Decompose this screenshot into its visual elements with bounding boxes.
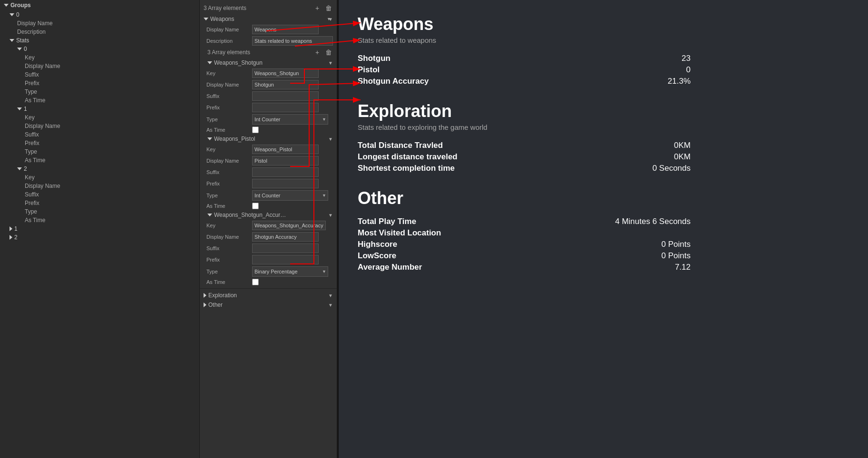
groups-expand-icon[interactable] [4,4,9,7]
stat-2-key-input[interactable] [252,221,326,230]
stat-row-shotgun: Shotgun 23 [358,53,691,64]
tree-item-displayname-1[interactable]: Display Name [0,122,199,130]
total-play-time-name: Total Play Time [358,217,416,226]
tree-item-0[interactable]: 0 [0,10,199,19]
group-0-row[interactable]: Weapons ▼ [200,14,337,24]
groups-root[interactable]: Groups [0,0,199,10]
stat-2-row[interactable]: Weapons_Shotgun_Accura... ▼ [200,210,337,220]
tree-item-key-1[interactable]: Key [0,113,199,122]
other-arrow-icon: ▼ [328,302,333,308]
tree-item-group-1[interactable]: 1 [0,224,199,233]
tree-item-key-2[interactable]: Key [0,173,199,182]
tree-item-displayname-2[interactable]: Display Name [0,182,199,190]
stat-2-expand-icon[interactable] [207,214,212,216]
tree-item-group-2[interactable]: 2 [0,233,199,242]
lowscore-value: 0 Points [614,251,691,261]
stat-0-astime-checkbox[interactable] [252,127,259,133]
pistol-name: Pistol [358,65,380,75]
stat-0-dropdown-arrow-icon: ▼ [328,60,333,66]
most-visited-name: Most Visited Location [358,228,441,238]
other-row[interactable]: Other ▼ [200,300,337,310]
item-0-expand-icon[interactable] [10,13,14,16]
group-0-expand-icon[interactable] [204,18,208,20]
tree-item-suffix-2[interactable]: Suffix [0,190,199,199]
tree-item-astime-1[interactable]: As Time [0,156,199,165]
group-1-expand-icon[interactable] [10,226,12,231]
stat-0-type-label: Type [206,117,249,122]
stat-0-type-row: Type Int Counter Float Counter Binary Pe… [200,113,337,126]
delete-array-item-button[interactable]: 🗑 [324,4,333,12]
stat-2-suffix-label: Suffix [206,245,249,251]
display-name-prop-label: Display Name [206,27,249,32]
stat-0-prefix-input[interactable] [252,103,319,112]
tree-item-displayname-0[interactable]: Display Name [0,62,199,70]
stat-1-row[interactable]: Weapons_Pistol ▼ [200,134,337,144]
tree-item-key-0[interactable]: Key [0,53,199,62]
weapons-title: Weapons [358,14,849,34]
stat-1-prefix-input[interactable] [252,179,319,188]
other-expand-icon[interactable] [204,302,206,307]
tree-item-type-0[interactable]: Type [0,88,199,96]
display-name-input[interactable] [252,25,319,34]
total-play-time-value: 4 Minutes 6 Seconds [614,217,691,226]
stats-0-expand-icon[interactable] [17,48,22,50]
stat-1-displayname-input[interactable] [252,156,319,166]
tree-item-stats-0[interactable]: 0 [0,45,199,53]
stat-0-key-input[interactable] [252,68,319,78]
tree-item-type-2[interactable]: Type [0,207,199,216]
stat-1-suffix-input[interactable] [252,167,319,177]
shotgun-accuracy-value: 21.3% [614,77,691,86]
tree-item-suffix-1[interactable]: Suffix [0,130,199,139]
array-count-label: 3 Array elements [204,5,310,11]
stat-2-type-select[interactable]: Int Counter Float Counter Binary Percent… [252,266,328,277]
stat-1-astime-checkbox[interactable] [252,203,259,209]
stat-row-shotgun-accuracy: Shotgun Accuracy 21.3% [358,76,691,87]
exploration-row[interactable]: Exploration ▼ [200,291,337,300]
description-input[interactable] [252,36,333,46]
tree-item-display-name[interactable]: Display Name [0,19,199,28]
stats-2-expand-icon[interactable] [17,167,22,170]
tree-item-prefix-0[interactable]: Prefix [0,79,199,88]
group-2-expand-icon[interactable] [10,235,12,240]
tree-item-astime-0[interactable]: As Time [0,96,199,105]
stats-1-expand-icon[interactable] [17,107,22,110]
stat-2-astime-checkbox[interactable] [252,279,259,285]
lowscore-name: LowScore [358,251,396,261]
stat-0-type-select[interactable]: Int Counter Float Counter Binary Percent… [252,114,328,125]
stat-1-astime-label: As Time [206,203,249,209]
stat-0-row[interactable]: Weapons_Shotgun ▼ [200,58,337,68]
exploration-expand-icon[interactable] [204,293,206,298]
distance-travled-value: 0KM [614,141,691,150]
tree-item-astime-2[interactable]: As Time [0,216,199,224]
stats-expand-icon[interactable] [10,39,14,42]
stat-0-expand-icon[interactable] [207,61,212,64]
tree-item-prefix-1[interactable]: Prefix [0,139,199,147]
tree-item-description[interactable]: Description [0,28,199,36]
stat-1-key-input[interactable] [252,145,319,154]
shortest-completion-value: 0 Seconds [614,164,691,173]
stat-2-prefix-input[interactable] [252,255,319,264]
tree-item-prefix-2[interactable]: Prefix [0,199,199,207]
tree-item-stats[interactable]: Stats [0,36,199,45]
stat-1-dropdown-arrow-icon: ▼ [328,136,333,142]
tree-item-stats-1[interactable]: 1 [0,105,199,113]
stat-0-suffix-label: Suffix [206,93,249,99]
stat-row-highscore: Highscore 0 Points [358,239,691,250]
add-array-item-button[interactable]: + [313,4,322,12]
stat-0-displayname-input[interactable] [252,80,319,89]
stat-0-key-label: Key [206,70,249,76]
tree-item-stats-2[interactable]: 2 [0,165,199,173]
stat-2-displayname-input[interactable] [252,232,319,242]
stat-1-key-row: Key [200,144,337,155]
stat-1-suffix-label: Suffix [206,169,249,175]
shortest-completion-name: Shortest completion time [358,164,455,173]
groups-label: Groups [10,2,31,9]
add-stat-button[interactable]: + [313,48,322,57]
tree-item-type-1[interactable]: Type [0,147,199,156]
stat-1-expand-icon[interactable] [207,137,212,140]
stat-2-suffix-input[interactable] [252,244,319,253]
delete-stat-button[interactable]: 🗑 [324,48,333,57]
stat-0-suffix-input[interactable] [252,91,319,101]
tree-item-suffix-0[interactable]: Suffix [0,70,199,79]
stat-1-type-select[interactable]: Int Counter Float Counter Binary Percent… [252,190,328,201]
